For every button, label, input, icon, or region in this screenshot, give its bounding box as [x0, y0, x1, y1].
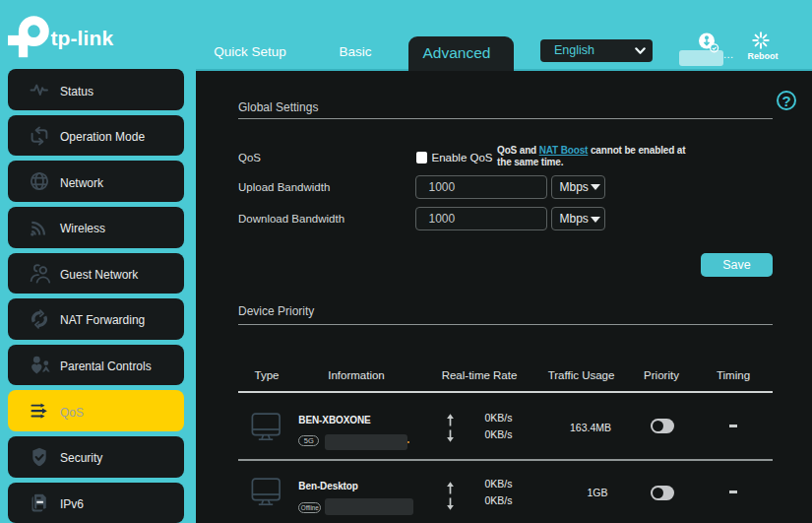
- svg-text:tp-link: tp-link: [51, 27, 114, 49]
- svg-text:?: ?: [781, 93, 790, 109]
